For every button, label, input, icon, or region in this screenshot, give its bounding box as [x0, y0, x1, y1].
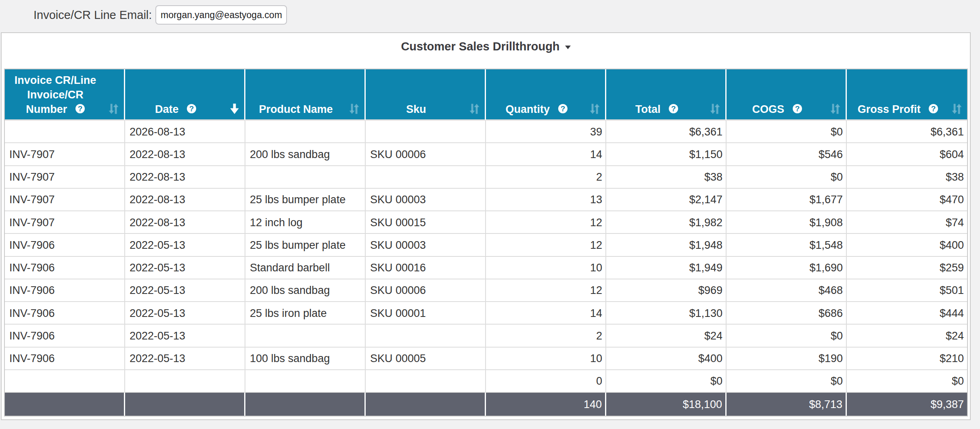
svg-text:?: ? [671, 104, 676, 113]
svg-text:?: ? [77, 104, 82, 113]
svg-text:?: ? [560, 104, 565, 113]
svg-text:?: ? [189, 104, 194, 113]
svg-text:?: ? [931, 104, 936, 113]
svg-text:?: ? [795, 104, 800, 113]
